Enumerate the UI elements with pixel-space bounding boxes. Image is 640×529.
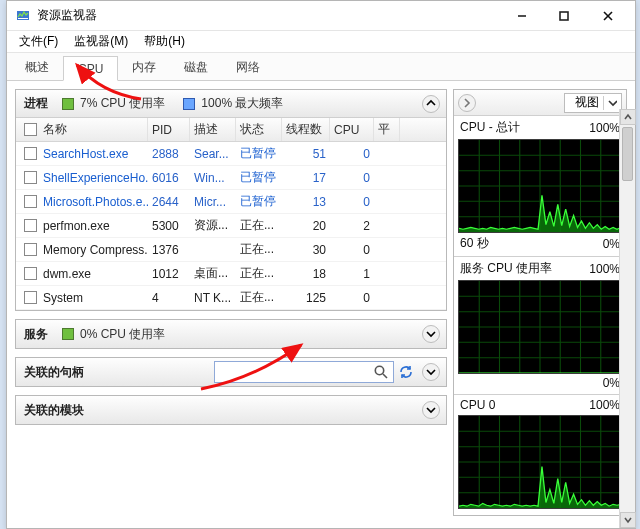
graph-canvas [458,280,622,374]
process-desc: NT K... [190,291,236,305]
minimize-button[interactable] [501,2,543,30]
collapse-right-icon[interactable] [458,94,476,112]
row-checkbox[interactable] [24,243,37,256]
tab-network[interactable]: 网络 [222,54,274,80]
process-name: Memory Compress... [43,243,148,257]
search-icon[interactable] [373,364,389,380]
process-cpu: 0 [330,171,374,185]
panel-services-title: 服务 [24,326,48,343]
process-pid: 2644 [148,195,190,209]
tab-disk[interactable]: 磁盘 [170,54,222,80]
graph-canvas [458,139,622,233]
tab-cpu[interactable]: CPU [63,56,118,81]
process-cpu: 2 [330,219,374,233]
process-name: dwm.exe [43,267,91,281]
row-checkbox[interactable] [24,267,37,280]
table-row[interactable]: Microsoft.Photos.e...2644Micr...已暂停130 [16,190,446,214]
process-threads: 18 [282,267,330,281]
maximize-button[interactable] [543,2,585,30]
tab-strip: 概述 CPU 内存 磁盘 网络 [7,53,635,81]
app-icon [15,8,31,24]
table-row[interactable]: Memory Compress...1376正在...300 [16,238,446,262]
tab-overview[interactable]: 概述 [11,54,63,80]
table-row[interactable]: dwm.exe1012桌面...正在...181 [16,262,446,286]
table-header: 名称 PID 描述 状态 线程数 CPU 平 [16,118,446,142]
menu-file[interactable]: 文件(F) [11,31,66,52]
panel-processes-header[interactable]: 进程 7% CPU 使用率 100% 最大频率 [16,90,446,118]
tab-memory[interactable]: 内存 [118,54,170,80]
close-button[interactable] [585,2,631,30]
scroll-down-button[interactable] [620,512,636,528]
process-desc: 资源... [190,217,236,234]
expand-icon[interactable] [422,325,440,343]
process-status: 已暂停 [236,145,282,162]
row-checkbox[interactable] [24,291,37,304]
col-threads[interactable]: 线程数 [282,118,330,141]
col-name[interactable]: 名称 [20,118,148,141]
process-pid: 2888 [148,147,190,161]
process-threads: 17 [282,171,330,185]
table-row[interactable]: System4NT K...正在...1250 [16,286,446,310]
panel-modules-title: 关联的模块 [24,402,84,419]
col-status[interactable]: 状态 [236,118,282,141]
select-all-checkbox[interactable] [24,123,37,136]
process-table: 名称 PID 描述 状态 线程数 CPU 平 SearchHost.exe288… [16,118,446,310]
scroll-thumb[interactable] [622,127,633,181]
graph-max: 100% [589,121,620,135]
refresh-icon[interactable] [398,364,414,380]
svg-rect-1 [18,18,28,19]
menu-monitor[interactable]: 监视器(M) [66,31,136,52]
view-select[interactable]: 视图 [564,93,622,113]
graph-card: CPU 0100% [454,394,626,515]
graph-title: CPU 0 [460,398,495,412]
col-pid[interactable]: PID [148,118,190,141]
process-status: 正在... [236,217,282,234]
graph-canvas [458,415,622,509]
cpu-usage-stat: 7% CPU 使用率 [80,95,165,112]
left-pane: 进程 7% CPU 使用率 100% 最大频率 名称 [7,83,453,528]
panel-processes: 进程 7% CPU 使用率 100% 最大频率 名称 [15,89,447,311]
panel-modules-header[interactable]: 关联的模块 [16,396,446,424]
process-status: 正在... [236,265,282,282]
window: 资源监视器 文件(F) 监视器(M) 帮助(H) 概述 CPU 内存 磁盘 网络 [6,0,636,529]
panel-modules: 关联的模块 [15,395,447,425]
row-checkbox[interactable] [24,195,37,208]
process-name: SearchHost.exe [43,147,128,161]
row-checkbox[interactable] [24,219,37,232]
graph-card: CPU - 总计100%60 秒0% [454,116,626,256]
expand-icon[interactable] [422,363,440,381]
col-desc[interactable]: 描述 [190,118,236,141]
row-checkbox[interactable] [24,171,37,184]
menubar: 文件(F) 监视器(M) 帮助(H) [7,31,635,53]
graph-max: 100% [589,262,620,276]
collapse-icon[interactable] [422,95,440,113]
graphs-scrollbar[interactable] [619,109,635,528]
table-row[interactable]: perfmon.exe5300资源...正在...202 [16,214,446,238]
menu-help[interactable]: 帮助(H) [136,31,193,52]
panel-handles-header[interactable]: 关联的句柄 [16,358,446,386]
panel-services-header[interactable]: 服务 0% CPU 使用率 [16,320,446,348]
handles-search-input[interactable] [214,361,394,383]
scroll-up-button[interactable] [620,109,636,125]
process-cpu: 0 [330,243,374,257]
expand-icon[interactable] [422,401,440,419]
process-name: Microsoft.Photos.e... [43,195,148,209]
process-status: 正在... [236,289,282,306]
panel-handles-title: 关联的句柄 [24,364,84,381]
process-pid: 1376 [148,243,190,257]
svg-rect-3 [560,12,568,20]
col-avg[interactable]: 平 [374,118,400,141]
process-cpu: 0 [330,195,374,209]
cpu-usage-legend-icon [62,98,74,110]
titlebar: 资源监视器 [7,1,635,31]
process-threads: 125 [282,291,330,305]
col-name-label: 名称 [43,121,67,138]
table-row[interactable]: ShellExperienceHo...6016Win...已暂停170 [16,166,446,190]
table-row[interactable]: SearchHost.exe2888Sear...已暂停510 [16,142,446,166]
graphs-toolbar: 视图 [454,90,626,116]
graph-max: 100% [589,398,620,412]
row-checkbox[interactable] [24,147,37,160]
col-cpu[interactable]: CPU [330,118,374,141]
scroll-track[interactable] [620,125,635,512]
svg-line-7 [383,374,387,378]
